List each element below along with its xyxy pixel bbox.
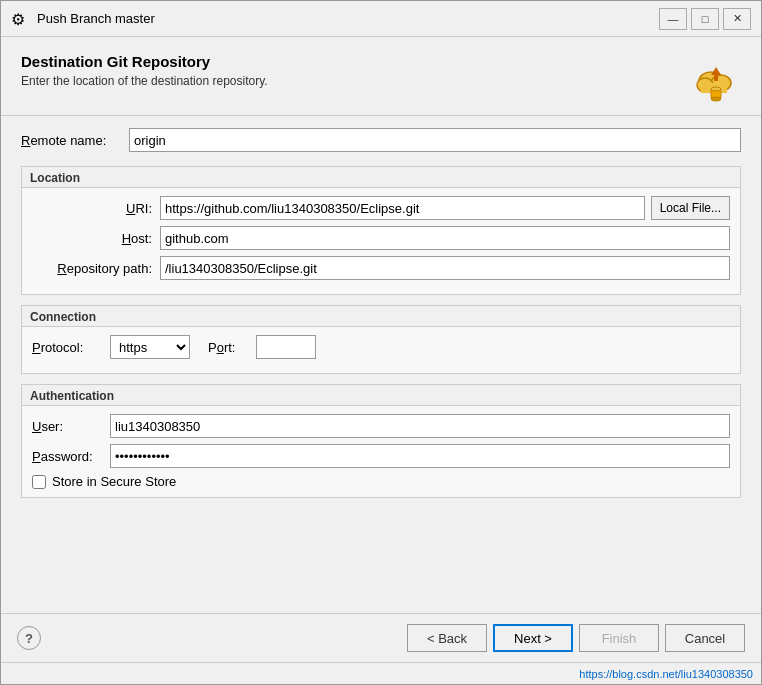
back-button[interactable]: < Back [407,624,487,652]
footer-right: < Back Next > Finish Cancel [407,624,745,652]
repo-path-input[interactable] [160,256,730,280]
store-checkbox-row: Store in Secure Store [32,474,730,489]
password-row: Password: [32,444,730,468]
title-bar-left: ⚙ Push Branch master [11,10,155,28]
protocol-row: Protocol: https http git ssh Port: [32,335,730,359]
store-label[interactable]: Store in Secure Store [52,474,176,489]
port-label: Port: [208,340,248,355]
header-text: Destination Git Repository Enter the loc… [21,53,268,88]
authentication-section: Authentication User: Password: [21,384,741,498]
title-bar: ⚙ Push Branch master — □ ✕ [1,1,761,37]
host-input[interactable] [160,226,730,250]
finish-button[interactable]: Finish [579,624,659,652]
host-label: Host: [32,231,152,246]
app-icon: ⚙ [11,10,29,28]
footer: ? < Back Next > Finish Cancel [1,613,761,662]
location-section-content: URI: Local File... Host: [22,188,740,294]
connection-section-content: Protocol: https http git ssh Port: [22,327,740,373]
password-input[interactable] [110,444,730,468]
cloud-icon-container [691,53,741,103]
close-button[interactable]: ✕ [723,8,751,30]
user-row: User: [32,414,730,438]
user-input[interactable] [110,414,730,438]
status-bar: https://blog.csdn.net/liu1340308350 [1,662,761,684]
header-title: Destination Git Repository [21,53,268,70]
header-section: Destination Git Repository Enter the loc… [1,37,761,116]
port-input[interactable] [256,335,316,359]
title-bar-controls: — □ ✕ [659,8,751,30]
remote-name-input[interactable] [129,128,741,152]
remote-name-label: Remote name: [21,133,121,148]
svg-point-6 [711,97,721,101]
footer-left: ? [17,626,41,650]
connection-section-title: Connection [22,306,740,327]
authentication-section-content: User: Password: Store in Secur [22,406,740,497]
remote-name-row: Remote name: [21,128,741,152]
uri-input[interactable] [160,196,645,220]
cancel-button[interactable]: Cancel [665,624,745,652]
location-section: Location URI: Local File... [21,166,741,295]
uri-input-group: Local File... [160,196,730,220]
uri-label: URI: [32,201,152,216]
repo-path-row: Repository path: [32,256,730,280]
cloud-upload-icon [691,53,741,103]
status-url: https://blog.csdn.net/liu1340308350 [579,668,753,680]
protocol-label: Protocol: [32,340,102,355]
store-checkbox[interactable] [32,475,46,489]
next-button[interactable]: Next > [493,624,573,652]
host-row: Host: [32,226,730,250]
user-label: User: [32,419,102,434]
location-section-title: Location [22,167,740,188]
local-file-button[interactable]: Local File... [651,196,730,220]
minimize-button[interactable]: — [659,8,687,30]
connection-section: Connection Protocol: https http git ssh [21,305,741,374]
maximize-button[interactable]: □ [691,8,719,30]
password-label: Password: [32,449,102,464]
repo-path-label: Repository path: [32,261,152,276]
content-area: Destination Git Repository Enter the loc… [1,37,761,684]
svg-point-5 [711,87,721,91]
help-button[interactable]: ? [17,626,41,650]
main-window: ⚙ Push Branch master — □ ✕ Destination G… [0,0,762,685]
uri-row: URI: Local File... [32,196,730,220]
window-title: Push Branch master [37,11,155,26]
authentication-section-title: Authentication [22,385,740,406]
main-form: Remote name: Location URI: Local File.. [1,116,761,613]
header-subtitle: Enter the location of the destination re… [21,74,268,88]
protocol-select[interactable]: https http git ssh [110,335,190,359]
